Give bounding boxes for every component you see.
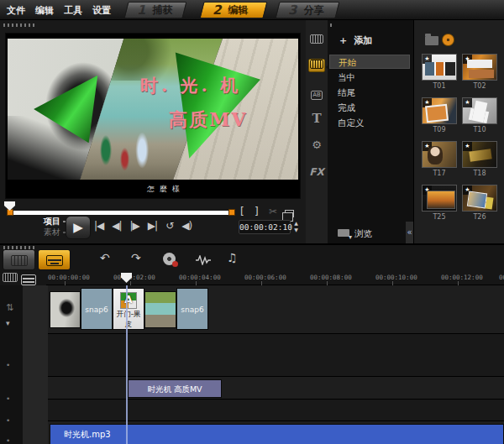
repeat-button[interactable]: ↺	[165, 220, 173, 232]
folder-icon[interactable]	[425, 36, 438, 45]
browse-button[interactable]: 浏览	[338, 228, 372, 240]
decoration-library-icon[interactable]: ⚙	[308, 138, 325, 153]
ruler-label: 00:00:10:00	[375, 274, 417, 281]
timeline-playhead-line[interactable]	[126, 285, 128, 444]
video-editor-window: 文件 编辑 工具 设置 1 捕获 2 编辑 3 分享	[0, 0, 504, 444]
tab-capture[interactable]: 1 捕获	[124, 2, 187, 18]
record-capture-icon[interactable]	[163, 253, 176, 268]
transition-thumb[interactable]: ★	[462, 97, 497, 124]
graphic-library-icon[interactable]: AB	[308, 86, 325, 102]
redo-button[interactable]: ↷	[131, 251, 141, 264]
home-button[interactable]: |◀	[94, 220, 103, 232]
transition-thumb[interactable]: ★	[422, 141, 457, 168]
thumb-label: T02	[462, 82, 497, 90]
letterbox-bar: 怎麼樣	[8, 180, 298, 198]
transition-a-icon: A	[120, 292, 137, 309]
video-subtitle: 怎麼樣	[147, 184, 185, 195]
undo-button[interactable]: ↶	[100, 251, 110, 264]
title-clip[interactable]: 时光机 高质MV	[128, 379, 222, 398]
timecode-display[interactable]: 00:00:02:10	[239, 220, 291, 234]
category-custom[interactable]: 自定义	[329, 116, 410, 130]
track-manager-icon[interactable]: ⇅	[6, 302, 13, 313]
category-end[interactable]: 结尾	[329, 86, 410, 100]
end-button[interactable]: ▶|	[148, 220, 157, 232]
list-view-icon[interactable]	[21, 274, 36, 285]
spin-up-icon[interactable]: ▲	[292, 220, 300, 227]
video-clip-thumbnail[interactable]	[144, 291, 176, 328]
overlay-track-toggle[interactable]: •	[6, 361, 10, 369]
category-finish[interactable]: 完成	[329, 101, 410, 115]
enlarge-preview-icon[interactable]	[285, 208, 294, 220]
media-library-icon[interactable]	[308, 34, 325, 49]
volume-button[interactable]: ◀)	[181, 220, 192, 232]
voice-track-row[interactable]	[48, 400, 504, 421]
video-clip-snap6-a[interactable]: snap6	[81, 288, 113, 330]
title-library-icon[interactable]: T	[308, 111, 325, 126]
spin-down-icon[interactable]: ▼	[292, 227, 300, 233]
storyboard-view-button[interactable]	[3, 249, 35, 270]
seek-bar[interactable]	[10, 211, 232, 215]
transition-clip[interactable]: A 开门-果皮	[113, 288, 144, 330]
menu-file[interactable]: 文件	[7, 4, 25, 17]
category-start[interactable]: 开始	[329, 55, 410, 69]
transition-library-icon[interactable]	[308, 59, 325, 72]
menu-edit[interactable]: 编辑	[35, 4, 54, 17]
transition-thumb[interactable]: ★	[462, 185, 497, 212]
add-transition-button[interactable]: +添加	[339, 34, 372, 47]
tab-share[interactable]: 3 分享	[276, 2, 340, 18]
track-icon-column: ▸ ⧈ T ● ♪	[23, 285, 48, 444]
ruler-label: 00:00:12:00	[441, 274, 483, 281]
thumb-label: T25	[422, 213, 457, 221]
music-clip[interactable]: 时光机.mp3	[50, 424, 504, 444]
frame-view-icon[interactable]	[3, 273, 18, 282]
track-dropdown-icon[interactable]: ▾	[6, 319, 10, 327]
tab-edit[interactable]: 2 编辑	[200, 2, 268, 18]
scrubber-playhead[interactable]	[4, 201, 15, 211]
transition-thumb[interactable]: ★	[422, 54, 457, 81]
timeline-view-button[interactable]	[38, 249, 71, 270]
video-clip-snap6-b[interactable]: snap6	[176, 288, 208, 330]
trim-end-handle[interactable]	[228, 209, 235, 216]
timecode-spinner[interactable]: ▲ ▼	[292, 220, 300, 234]
tab-label: 捕获	[152, 3, 172, 18]
timeline-panel: ↶ ↷ ♫ 00:00:00:00 00:00:02:00 00:00:04:0…	[0, 243, 504, 444]
transition-thumb[interactable]: ★	[422, 185, 457, 212]
collapse-panel-button[interactable]: «	[406, 222, 413, 243]
tab-number: 1	[137, 3, 145, 18]
favorite-star-icon: ★	[423, 185, 432, 195]
play-button[interactable]: ▶	[66, 216, 91, 239]
mark-out-button[interactable]: ]	[255, 206, 259, 217]
favorite-star-icon: ★	[463, 98, 472, 107]
video-frame: 时. 光. 机 高质MV	[8, 39, 298, 180]
tab-label: 分享	[303, 3, 323, 18]
title-track-row[interactable]	[48, 377, 504, 400]
step-forward-button[interactable]: |▶	[130, 220, 139, 232]
film-reel-icon[interactable]	[442, 34, 454, 46]
transition-thumb[interactable]: ★	[422, 97, 457, 124]
panel-grip[interactable]	[3, 24, 37, 27]
mark-in-button[interactable]: [	[240, 206, 244, 217]
category-middle[interactable]: 当中	[329, 71, 410, 85]
overlay-track-row[interactable]	[48, 334, 504, 377]
menu-tools[interactable]: 工具	[64, 4, 82, 17]
timeline-ruler[interactable]: 00:00:00:00 00:00:02:00 00:00:04:00 00:0…	[46, 272, 504, 285]
auto-music-icon[interactable]: ♫	[227, 251, 238, 264]
video-clip-thumbnail[interactable]	[50, 291, 81, 328]
step-back-button[interactable]: ◀|	[112, 220, 121, 232]
tab-number: 3	[288, 3, 297, 18]
transition-thumb[interactable]: ★	[462, 141, 497, 168]
filter-library-icon[interactable]: FX	[308, 165, 325, 180]
transition-thumb[interactable]: ★	[462, 54, 497, 81]
menu-settings[interactable]: 设置	[92, 4, 111, 17]
sound-mixer-icon[interactable]	[196, 254, 211, 268]
transition-gallery: ★ ★ T01 T02 ★ ★ T09 T10 ★ ★ T17 T18 ★ ★ …	[413, 20, 504, 243]
thumb-label: T09	[422, 126, 457, 133]
voice-track-toggle[interactable]: •	[6, 416, 10, 425]
favorite-star-icon: ★	[463, 142, 472, 151]
split-clip-icon[interactable]: ✂	[269, 206, 277, 217]
music-track-toggle[interactable]: •	[6, 436, 10, 444]
ruler-label: 00:	[499, 274, 504, 281]
title-track-toggle[interactable]: •	[6, 394, 10, 403]
tab-number: 2	[213, 3, 221, 18]
transition-name: 开门-果皮	[113, 310, 144, 330]
